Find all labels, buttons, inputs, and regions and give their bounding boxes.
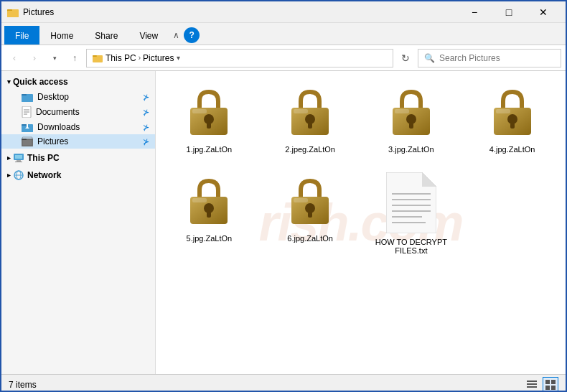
- sidebar-section-thispc: ▸ This PC: [1, 150, 155, 166]
- ribbon-collapse-arrow[interactable]: ∧: [169, 29, 184, 42]
- sidebar-item-downloads-label: Downloads: [37, 122, 139, 132]
- search-input[interactable]: [439, 53, 555, 63]
- desktop-folder-icon: [22, 92, 33, 102]
- svg-marker-53: [422, 172, 436, 187]
- tab-home[interactable]: Home: [39, 26, 84, 45]
- network-label: Network: [27, 170, 61, 180]
- pictures-pin-icon: ⊁: [143, 137, 149, 146]
- downloads-icon: [22, 122, 33, 132]
- file-item-6[interactable]: 6.jpg.ZaLtOn: [263, 166, 358, 261]
- file-label-6: 6.jpg.ZaLtOn: [287, 234, 333, 243]
- svg-rect-46: [207, 212, 211, 218]
- svg-rect-43: [496, 109, 510, 113]
- ribbon-right-controls: ∧ ?: [169, 26, 205, 45]
- file-item-3[interactable]: 3.jpg.ZaLtOn: [364, 77, 459, 160]
- address-path[interactable]: This PC › Pictures ▾: [86, 49, 393, 67]
- padlock-icon-6: [281, 172, 339, 230]
- title-bar: Pictures − □ ✕: [1, 1, 566, 23]
- back-button[interactable]: ‹: [6, 50, 23, 67]
- file-label-4: 4.jpg.ZaLtOn: [489, 145, 535, 154]
- file-area: rish.com: [156, 71, 566, 374]
- downloads-pin-icon: ⊁: [143, 123, 149, 132]
- sidebar-quickaccess-header[interactable]: ▾ Quick access: [1, 74, 155, 90]
- path-dropdown-arrow[interactable]: ▾: [177, 54, 180, 62]
- network-icon: [13, 170, 24, 180]
- file-label-7: HOW TO DECRYPT FILES.txt: [367, 238, 456, 255]
- close-button[interactable]: ✕: [527, 1, 560, 23]
- main-layout: ▾ Quick access Desktop ⊁: [1, 71, 566, 374]
- tab-view[interactable]: View: [128, 26, 169, 45]
- up-button[interactable]: ↑: [66, 50, 83, 67]
- svg-rect-19: [22, 140, 33, 146]
- tab-share[interactable]: Share: [84, 26, 128, 45]
- maximize-button[interactable]: □: [492, 1, 525, 23]
- tab-file[interactable]: File: [4, 26, 39, 45]
- forward-button[interactable]: ›: [26, 50, 43, 67]
- svg-rect-60: [527, 381, 537, 382]
- sidebar-network-header[interactable]: ▸ Network: [1, 167, 155, 183]
- desktop-pin-icon: ⊁: [143, 93, 149, 102]
- file-label-5: 5.jpg.ZaLtOn: [187, 234, 233, 243]
- details-view-button[interactable]: [524, 377, 540, 393]
- window-icon: [7, 6, 19, 18]
- svg-rect-2: [7, 11, 19, 17]
- svg-rect-34: [308, 123, 312, 129]
- file-label-3: 3.jpg.ZaLtOn: [388, 145, 434, 154]
- ribbon: File Home Share View ∧ ?: [1, 23, 566, 45]
- sidebar: ▾ Quick access Desktop ⊁: [1, 71, 156, 374]
- path-pictures: Pictures: [143, 53, 174, 63]
- svg-rect-22: [15, 155, 22, 159]
- txt-file-icon: [386, 172, 436, 233]
- svg-rect-62: [527, 386, 537, 388]
- file-item-4[interactable]: 4.jpg.ZaLtOn: [464, 77, 560, 160]
- pictures-folder-icon: [22, 136, 33, 146]
- window-title: Pictures: [23, 7, 458, 17]
- file-item-7[interactable]: HOW TO DECRYPT FILES.txt: [364, 166, 459, 261]
- sidebar-item-pictures[interactable]: Pictures ⊁: [1, 134, 155, 149]
- padlock-icon-2: [281, 83, 339, 141]
- search-box[interactable]: 🔍: [418, 49, 561, 67]
- help-button[interactable]: ?: [184, 27, 200, 43]
- file-label-2: 2.jpeg.ZaLtOn: [285, 145, 335, 154]
- svg-rect-16: [27, 124, 28, 127]
- documents-pin-icon: ⊁: [143, 108, 149, 117]
- recent-locations-button[interactable]: ▾: [46, 50, 63, 67]
- svg-rect-42: [510, 123, 515, 129]
- padlock-icon-4: [484, 83, 541, 141]
- svg-rect-39: [395, 109, 409, 113]
- quickaccess-label: Quick access: [13, 77, 68, 87]
- documents-icon: [22, 106, 32, 118]
- svg-point-41: [507, 114, 517, 124]
- svg-rect-65: [545, 386, 550, 390]
- sidebar-item-documents[interactable]: Documents ⊁: [1, 104, 155, 120]
- svg-rect-66: [551, 386, 556, 390]
- refresh-button[interactable]: ↻: [396, 49, 415, 67]
- svg-point-37: [406, 114, 416, 124]
- svg-rect-35: [294, 109, 308, 113]
- svg-rect-24: [15, 162, 22, 162]
- svg-rect-64: [551, 380, 556, 384]
- padlock-icon-1: [180, 83, 238, 141]
- item-count: 7 items: [9, 380, 37, 390]
- sidebar-item-downloads[interactable]: Downloads ⊁: [1, 120, 155, 134]
- file-item-1[interactable]: 1.jpg.ZaLtOn: [161, 77, 257, 160]
- status-bar: 7 items: [1, 374, 566, 392]
- file-item-5[interactable]: 5.jpg.ZaLtOn: [161, 166, 257, 261]
- sidebar-item-pictures-label: Pictures: [37, 136, 139, 146]
- network-chevron: ▸: [7, 172, 11, 179]
- sidebar-item-desktop-label: Desktop: [37, 92, 139, 102]
- svg-rect-38: [409, 123, 413, 129]
- padlock-icon-5: [180, 172, 238, 230]
- large-icons-view-button[interactable]: [543, 377, 558, 393]
- padlock-icon-3: [383, 83, 440, 141]
- window-controls: − □ ✕: [458, 1, 560, 23]
- quickaccess-chevron: ▾: [7, 78, 11, 85]
- sidebar-thispc-header[interactable]: ▸ This PC: [1, 150, 155, 166]
- thispc-icon: [13, 153, 24, 163]
- sidebar-item-desktop[interactable]: Desktop ⊁: [1, 90, 155, 104]
- sidebar-item-documents-label: Documents: [36, 107, 139, 117]
- svg-point-45: [204, 203, 214, 213]
- svg-rect-61: [527, 383, 537, 385]
- minimize-button[interactable]: −: [458, 1, 491, 23]
- file-item-2[interactable]: 2.jpeg.ZaLtOn: [263, 77, 358, 160]
